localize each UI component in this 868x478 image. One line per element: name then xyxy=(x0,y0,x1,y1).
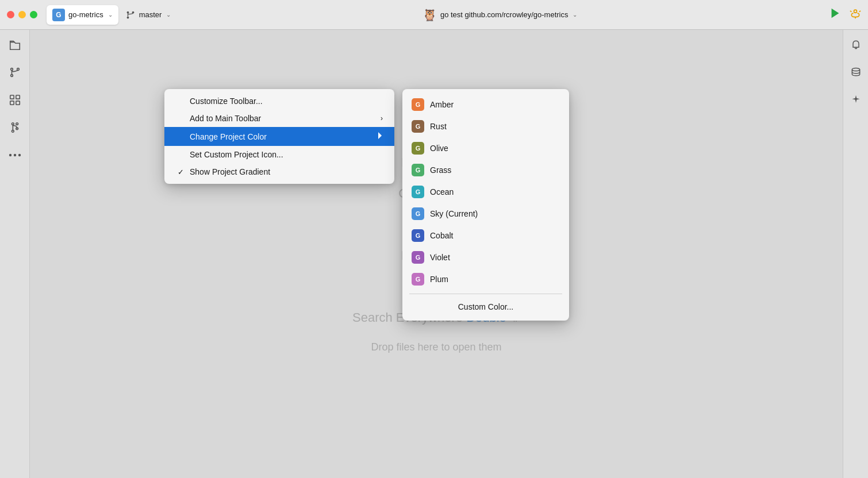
svg-rect-12 xyxy=(10,95,13,99)
svg-point-8 xyxy=(10,68,13,71)
color-plum[interactable]: G Plum xyxy=(402,268,569,290)
titlebar-center: 🦉 go test github.com/rcrowley/go-metrics… xyxy=(175,8,824,22)
svg-point-21 xyxy=(9,154,11,156)
debug-icon xyxy=(850,7,861,19)
color-custom[interactable]: Custom Color... xyxy=(402,298,569,316)
run-button[interactable] xyxy=(829,7,842,22)
svg-marker-3 xyxy=(832,9,839,18)
rust-swatch: G xyxy=(412,120,424,133)
project-tab[interactable]: G go-metrics ⌄ xyxy=(47,5,118,25)
branch-chevron-icon: ⌄ xyxy=(166,11,171,18)
debug-button[interactable] xyxy=(850,7,861,22)
color-separator xyxy=(409,294,562,294)
color-sky[interactable]: G Sky (Current) xyxy=(402,203,569,225)
color-olive[interactable]: G Olive xyxy=(402,137,569,159)
run-icon xyxy=(829,7,842,20)
violet-swatch: G xyxy=(412,251,424,264)
ocean-swatch: G xyxy=(412,186,424,198)
color-submenu: G Amber G Rust G Olive G Grass G Ocean G… xyxy=(402,89,569,321)
traffic-lights xyxy=(7,11,37,18)
olive-swatch: G xyxy=(412,142,424,155)
database-icon[interactable] xyxy=(848,64,864,80)
svg-point-2 xyxy=(132,11,134,13)
submenu-arrow-icon: › xyxy=(381,114,383,122)
svg-point-4 xyxy=(854,10,857,13)
svg-point-0 xyxy=(126,11,129,13)
menu-set-custom-icon[interactable]: Set Custom Project Icon... xyxy=(164,146,394,163)
color-violet[interactable]: G Violet xyxy=(402,246,569,268)
sparkle-icon xyxy=(850,94,862,106)
svg-rect-14 xyxy=(10,101,13,105)
branch-name: master xyxy=(139,10,162,19)
menu-customize-toolbar[interactable]: Customize Toolbar... xyxy=(164,92,394,110)
color-rust[interactable]: G Rust xyxy=(402,115,569,137)
svg-rect-15 xyxy=(16,101,19,105)
drop-files-text: Drop files here to open them xyxy=(371,341,501,353)
color-cobalt[interactable]: G Cobalt xyxy=(402,225,569,246)
svg-point-16 xyxy=(11,123,14,125)
svg-line-7 xyxy=(859,11,861,12)
minimize-button[interactable] xyxy=(18,11,26,18)
sidebar-gitlog-icon[interactable] xyxy=(7,119,23,136)
color-submenu-arrow-icon xyxy=(377,131,383,142)
svg-point-10 xyxy=(17,68,19,71)
menu-add-main-toolbar[interactable]: Add to Main Toolbar › xyxy=(164,110,394,127)
titlebar-right xyxy=(829,7,861,22)
branch-icon xyxy=(125,10,136,20)
menu-change-project-color[interactable]: Change Project Color xyxy=(164,127,394,146)
svg-line-6 xyxy=(850,11,852,12)
svg-point-24 xyxy=(852,68,859,71)
sidebar-folder-icon[interactable] xyxy=(7,37,23,53)
grass-swatch: G xyxy=(412,164,424,176)
svg-point-9 xyxy=(10,75,13,77)
svg-point-17 xyxy=(11,130,14,133)
titlebar: G go-metrics ⌄ master ⌄ 🦉 go test github… xyxy=(0,0,868,30)
svg-point-23 xyxy=(18,154,20,156)
sky-swatch: G xyxy=(412,207,424,220)
color-ocean[interactable]: G Ocean xyxy=(402,181,569,203)
ai-icon[interactable] xyxy=(848,92,864,108)
run-config-text: go test github.com/rcrowley/go-metrics xyxy=(440,10,569,19)
svg-rect-13 xyxy=(16,95,19,99)
run-config-chevron-icon: ⌄ xyxy=(573,11,577,18)
project-chevron-icon: ⌄ xyxy=(108,11,113,18)
gradient-checkmark: ✓ xyxy=(176,168,185,176)
svg-marker-25 xyxy=(378,132,382,139)
branch-section[interactable]: master ⌄ xyxy=(125,10,171,20)
color-grass[interactable]: G Grass xyxy=(402,159,569,181)
project-icon: G xyxy=(52,9,65,21)
menu-show-gradient[interactable]: ✓ Show Project Gradient xyxy=(164,163,394,180)
sidebar-more-icon[interactable] xyxy=(7,147,23,163)
right-sidebar xyxy=(843,30,868,478)
owl-icon: 🦉 xyxy=(423,8,437,22)
primary-context-menu: Customize Toolbar... Add to Main Toolbar… xyxy=(164,89,394,184)
left-sidebar xyxy=(0,30,30,478)
project-name: go-metrics xyxy=(68,10,103,19)
close-button[interactable] xyxy=(7,11,14,18)
plum-swatch: G xyxy=(412,273,424,286)
maximize-button[interactable] xyxy=(30,11,37,18)
sidebar-git-icon[interactable] xyxy=(7,64,23,80)
svg-point-1 xyxy=(126,16,129,18)
svg-point-20 xyxy=(16,128,18,130)
svg-point-18 xyxy=(16,123,18,125)
cobalt-swatch: G xyxy=(412,229,424,242)
sidebar-plugins-icon[interactable] xyxy=(7,92,23,108)
amber-swatch: G xyxy=(412,98,424,111)
notifications-icon[interactable] xyxy=(848,37,864,53)
svg-point-22 xyxy=(13,154,16,156)
color-amber[interactable]: G Amber xyxy=(402,94,569,115)
